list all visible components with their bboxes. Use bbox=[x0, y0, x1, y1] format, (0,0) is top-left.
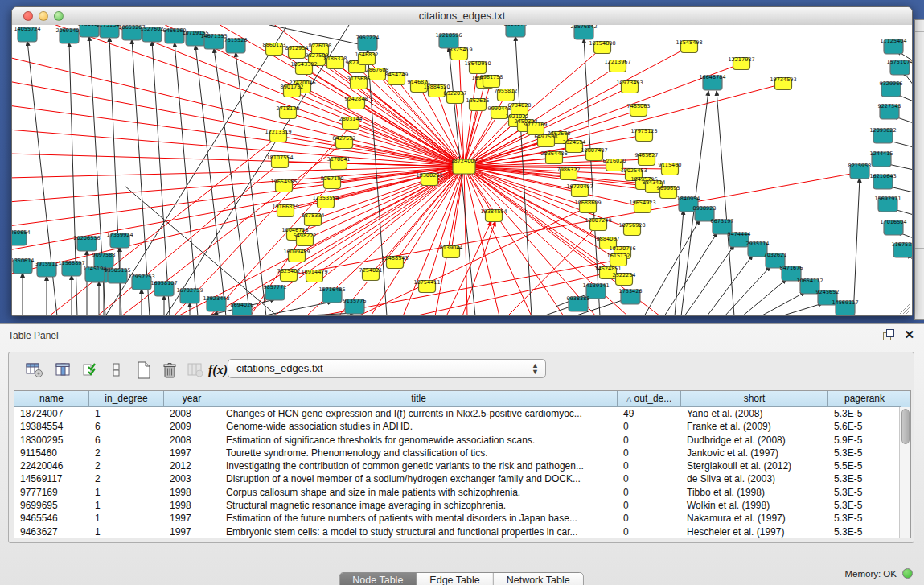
table-cell[interactable]: 0 bbox=[618, 472, 681, 485]
graph-edge[interactable] bbox=[464, 167, 467, 315]
table-cell[interactable]: Yano et al. (2008) bbox=[681, 407, 828, 420]
graph-edge[interactable] bbox=[446, 221, 491, 315]
graph-edge[interactable] bbox=[105, 27, 286, 315]
table-cell[interactable]: 9115460 bbox=[14, 447, 89, 459]
table-cell[interactable]: 5.3E-5 bbox=[828, 486, 901, 499]
table-row[interactable]: 1872400712008Changes of HCN gene express… bbox=[14, 407, 910, 420]
table-cell[interactable]: 6 bbox=[89, 420, 164, 433]
function-builder-icon[interactable]: f(x) bbox=[208, 360, 228, 381]
graph-edge[interactable] bbox=[214, 48, 250, 315]
table-cell[interactable]: 5.9E-5 bbox=[828, 434, 901, 447]
graph-edge[interactable] bbox=[195, 45, 226, 315]
table-cell[interactable]: 1997 bbox=[164, 525, 220, 538]
table-cell[interactable]: 9699695 bbox=[14, 499, 89, 512]
table-cell[interactable]: 0 bbox=[618, 512, 681, 525]
table-selector-dropdown[interactable]: citations_edges.txt ▲▼ bbox=[228, 359, 546, 378]
table-cell[interactable]: 5.5E-5 bbox=[828, 459, 901, 472]
window-resize-grip[interactable] bbox=[900, 304, 910, 314]
table-cell[interactable]: Disruption of a novel member of a sodium… bbox=[220, 472, 618, 485]
table-row[interactable]: 946362711997Embryonic stem cells: a mode… bbox=[14, 525, 910, 538]
graph-edge[interactable] bbox=[12, 130, 464, 167]
table-cell[interactable]: 9465546 bbox=[14, 512, 89, 525]
table-row[interactable]: 977716911998Corpus callosum shape and si… bbox=[14, 486, 910, 499]
graph-edge[interactable] bbox=[853, 178, 860, 315]
table-cell[interactable]: 5.3E-5 bbox=[828, 512, 901, 525]
network-window-titlebar[interactable]: citations_edges.txt bbox=[12, 7, 912, 26]
table-cell[interactable]: 6 bbox=[89, 434, 164, 447]
close-window-button[interactable] bbox=[23, 11, 33, 21]
table-cell[interactable]: Investigating the contribution of common… bbox=[220, 459, 618, 472]
table-cell[interactable]: 1 bbox=[89, 486, 164, 499]
network-canvas[interactable]: 1872400788601238912954822605898275098186… bbox=[12, 25, 912, 315]
table-cell[interactable]: 1 bbox=[89, 499, 164, 512]
graph-edge[interactable] bbox=[675, 210, 684, 315]
graph-edge[interactable] bbox=[464, 167, 532, 315]
column-header-year[interactable]: year bbox=[164, 391, 220, 407]
table-cell[interactable]: 0 bbox=[618, 434, 681, 447]
table-cell[interactable]: 18300295 bbox=[14, 434, 89, 447]
clear-selection-icon[interactable] bbox=[107, 360, 126, 381]
table-settings-icon[interactable] bbox=[25, 360, 44, 381]
table-cell[interactable]: 5.3E-5 bbox=[828, 525, 901, 538]
table-cell[interactable]: 18724007 bbox=[14, 407, 89, 420]
table-cell[interactable]: 2012 bbox=[164, 459, 220, 472]
graph-edge[interactable] bbox=[449, 47, 475, 315]
graph-edge[interactable] bbox=[44, 25, 464, 167]
zoom-window-button[interactable] bbox=[54, 11, 64, 21]
table-row[interactable]: 1830029562008Estimation of significance … bbox=[14, 434, 910, 447]
table-cell[interactable]: 1998 bbox=[164, 486, 220, 499]
graph-edge[interactable] bbox=[742, 279, 786, 315]
graph-edge[interactable] bbox=[664, 233, 717, 315]
table-cell[interactable]: 2009 bbox=[164, 420, 220, 433]
table-cell[interactable]: 1997 bbox=[164, 512, 220, 525]
close-panel-icon[interactable]: ✕ bbox=[904, 329, 914, 340]
table-cell[interactable]: 2 bbox=[89, 459, 164, 472]
table-cell[interactable]: 9777169 bbox=[14, 486, 89, 499]
table-row[interactable]: 2242004622012Investigating the contribut… bbox=[14, 459, 910, 472]
graph-edge[interactable] bbox=[717, 91, 734, 315]
table-cell[interactable]: 49 bbox=[618, 407, 681, 420]
table-cell[interactable]: 1997 bbox=[164, 447, 220, 459]
table-cell[interactable]: Nakamura et al. (1997) bbox=[681, 512, 828, 525]
table-cell[interactable]: 2 bbox=[89, 472, 164, 485]
table-cell[interactable]: 0 bbox=[618, 459, 681, 472]
table-cell[interactable]: 14569117 bbox=[14, 472, 89, 485]
table-cell[interactable]: Tibbo et al. (1998) bbox=[681, 486, 828, 499]
table-cell[interactable]: Stergiakouli et al. (2012) bbox=[681, 459, 828, 472]
table-cell[interactable]: 5.3E-5 bbox=[828, 499, 901, 512]
table-cell[interactable]: 2 bbox=[89, 447, 164, 459]
table-cell[interactable]: 0 bbox=[618, 486, 681, 499]
column-header-in-degree[interactable]: in_degree bbox=[89, 391, 164, 407]
graph-edge[interactable] bbox=[644, 220, 700, 315]
table-cell[interactable]: 22420046 bbox=[14, 459, 89, 472]
table-cell[interactable]: 19384554 bbox=[14, 420, 89, 433]
float-panel-icon[interactable] bbox=[883, 329, 894, 340]
column-header-short[interactable]: short bbox=[681, 391, 828, 407]
table-cell[interactable]: 5.6E-5 bbox=[828, 420, 901, 433]
graph-edge[interactable] bbox=[12, 105, 464, 167]
new-table-icon[interactable] bbox=[134, 360, 154, 381]
graph-edge[interactable] bbox=[584, 39, 600, 315]
graph-edge[interactable] bbox=[781, 303, 823, 315]
table-cell[interactable]: Franke et al. (2009) bbox=[681, 420, 828, 433]
table-cell[interactable]: Wolkin et al. (1998) bbox=[681, 499, 828, 512]
column-header-out-de-[interactable]: △out_de... bbox=[618, 391, 681, 407]
table-cell[interactable]: 0 bbox=[618, 447, 681, 459]
table-cell[interactable]: 5.3E-5 bbox=[828, 472, 901, 485]
table-cell[interactable]: 5.3E-5 bbox=[828, 447, 901, 459]
scrollbar-thumb[interactable] bbox=[901, 409, 910, 444]
column-header-title[interactable]: title bbox=[220, 391, 618, 407]
table-cell[interactable]: 5.3E-5 bbox=[828, 407, 901, 420]
table-cell[interactable]: Genome-wide association studies in ADHD. bbox=[220, 420, 618, 433]
table-row[interactable]: 1456911722003Disruption of a novel membe… bbox=[14, 472, 910, 485]
tab-edge-table[interactable]: Edge Table bbox=[417, 573, 493, 585]
table-cell[interactable]: Corpus callosum shape and size in male p… bbox=[220, 486, 618, 499]
graph-edge[interactable] bbox=[464, 68, 478, 167]
table-cell[interactable]: Estimation of the future numbers of pati… bbox=[220, 512, 618, 525]
table-cell[interactable]: 1998 bbox=[164, 499, 220, 512]
table-row[interactable]: 969969511998Structural magnetic resonanc… bbox=[14, 499, 910, 512]
table-cell[interactable]: Embryonic stem cells: a model to study s… bbox=[220, 525, 618, 538]
graph-edge[interactable] bbox=[684, 245, 734, 315]
table-cell[interactable]: 9463627 bbox=[14, 525, 89, 538]
graph-edge[interactable] bbox=[515, 36, 532, 315]
